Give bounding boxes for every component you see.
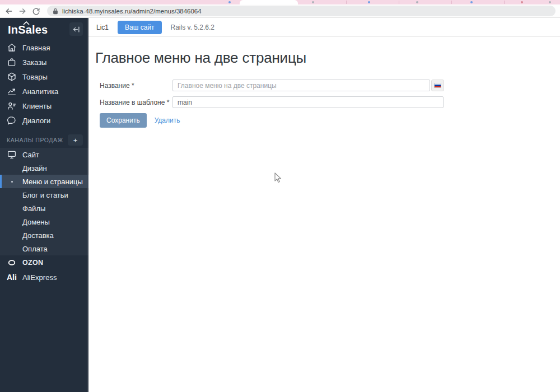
browser-tab-favicon[interactable] (228, 1, 231, 3)
monitor-icon (7, 150, 17, 160)
page-title: Главное меню на две страницы (95, 49, 306, 67)
url-text: lichiska-48.myinsales.ru/admin2/menus/38… (62, 8, 202, 15)
browser-tab-favicon[interactable] (521, 1, 523, 3)
tab-separator (451, 1, 452, 4)
name-field-row: Название * (100, 80, 444, 91)
name-label: Название * (100, 82, 172, 90)
tab-separator (399, 1, 399, 4)
sidebar-item-aliexpress[interactable]: Ali AliExpress (0, 270, 88, 284)
language-flag-button[interactable] (431, 80, 444, 91)
main-content: Lic1 Ваш сайт Rails v. 5.2.6.2 Главное м… (88, 18, 560, 392)
aliexpress-logo-icon: Ali (7, 273, 22, 282)
sidebar-item-label: Оплата (22, 245, 48, 253)
browser-tab-favicon[interactable] (368, 1, 370, 3)
russian-flag-icon (434, 83, 441, 88)
sidebar-item-domains[interactable]: Домены (0, 215, 88, 228)
sidebar-item-label: Файлы (22, 204, 45, 213)
url-bar[interactable]: lichiska-48.myinsales.ru/admin2/menus/38… (47, 6, 556, 16)
sidebar-item-menus-pages[interactable]: Меню и страницы (0, 175, 88, 188)
account-name[interactable]: Lic1 (96, 24, 109, 31)
sidebar: InSales Главная Заказы (0, 18, 88, 392)
sidebar-item-clients[interactable]: Клиенты (0, 99, 88, 113)
analytics-icon (7, 86, 17, 96)
sidebar-item-analytics[interactable]: Аналитика (0, 84, 88, 99)
sidebar-item-dialogs[interactable]: Диалоги (0, 113, 88, 128)
browser-tab-favicon[interactable] (549, 1, 551, 3)
sidebar-item-label: Блог и статьи (22, 191, 68, 199)
template-name-input[interactable] (172, 96, 444, 108)
active-bullet-icon (11, 181, 13, 183)
sidebar-item-label: Домены (22, 218, 50, 226)
name-input[interactable] (172, 80, 430, 91)
bag-icon (7, 57, 17, 67)
sidebar-item-label: Сайт (22, 151, 39, 159)
lock-icon (53, 8, 58, 15)
site-submenu: Сайт Дизайн Меню и страницы Блог и стать… (0, 148, 88, 255)
template-name-label: Название в шаблоне * (100, 99, 172, 106)
add-channel-button[interactable]: + (68, 134, 83, 146)
browser-active-tab[interactable] (240, 0, 298, 4)
browser-tab-favicon[interactable] (416, 1, 418, 3)
sidebar-item-label: Аналитика (22, 87, 58, 96)
screen: lichiska-48.myinsales.ru/admin2/menus/38… (0, 0, 560, 392)
integrations-nav: OZON Ali AliExpress (0, 255, 88, 284)
back-icon[interactable] (4, 6, 14, 16)
sidebar-collapse-button[interactable] (69, 22, 83, 36)
sidebar-item-label: Диалоги (22, 116, 50, 125)
clients-icon (7, 101, 17, 111)
sidebar-item-site[interactable]: Сайт (0, 148, 88, 161)
chat-icon (7, 115, 17, 125)
browser-toolbar: lichiska-48.myinsales.ru/admin2/menus/38… (0, 4, 560, 18)
ozon-logo-icon (7, 258, 17, 268)
collapse-arrow-icon (72, 25, 81, 34)
sidebar-item-design[interactable]: Дизайн (0, 161, 88, 175)
sidebar-item-home[interactable]: Главная (0, 40, 88, 55)
logo-caret-icon (23, 21, 30, 25)
delete-link[interactable]: Удалить (155, 116, 180, 124)
sidebar-item-label: Клиенты (22, 102, 52, 110)
forward-icon[interactable] (17, 6, 27, 16)
sales-channels-section: КАНАЛЫ ПРОДАЖ + (0, 133, 88, 147)
plus-icon: + (73, 136, 78, 144)
tab-separator (504, 1, 505, 4)
sidebar-item-label: AliExpress (22, 273, 57, 282)
account-header: Lic1 Ваш сайт Rails v. 5.2.6.2 (88, 18, 560, 37)
sidebar-item-delivery[interactable]: Доставка (0, 228, 88, 242)
home-icon (7, 43, 17, 53)
sidebar-header: InSales (0, 18, 88, 37)
save-button[interactable]: Сохранить (100, 113, 147, 128)
browser-tab-strip (0, 0, 560, 4)
sidebar-item-payment[interactable]: Оплата (0, 242, 88, 255)
box-icon (7, 72, 17, 82)
sidebar-item-label: Заказы (22, 58, 46, 67)
sidebar-item-label: Дизайн (22, 164, 47, 172)
browser-tab-favicon[interactable] (312, 1, 314, 3)
insales-logo: InSales (8, 24, 48, 36)
sidebar-item-label: Главная (22, 44, 50, 52)
sidebar-item-label: Меню и страницы (22, 178, 83, 186)
your-site-button[interactable]: Ваш сайт (118, 21, 162, 34)
section-title: КАНАЛЫ ПРОДАЖ (7, 137, 63, 143)
sidebar-item-ozon[interactable]: OZON (0, 255, 88, 270)
rails-version: Rails v. 5.2.6.2 (171, 24, 214, 31)
form-actions: Сохранить Удалить (100, 113, 180, 128)
sidebar-item-blog[interactable]: Блог и статьи (0, 188, 88, 202)
reload-icon[interactable] (31, 6, 41, 16)
logo-text: InSales (8, 24, 48, 36)
sidebar-item-label: OZON (22, 259, 43, 267)
sidebar-item-label: Доставка (22, 231, 54, 240)
sidebar-item-products[interactable]: Товары (0, 69, 88, 84)
browser-tab-favicon[interactable] (470, 1, 473, 3)
sidebar-main-nav: Главная Заказы Товары Аналитика (0, 40, 88, 128)
template-field-row: Название в шаблоне * (100, 96, 444, 108)
tab-separator (346, 1, 347, 4)
sidebar-item-files[interactable]: Файлы (0, 202, 88, 215)
sidebar-item-orders[interactable]: Заказы (0, 55, 88, 69)
sidebar-item-label: Товары (22, 73, 48, 81)
